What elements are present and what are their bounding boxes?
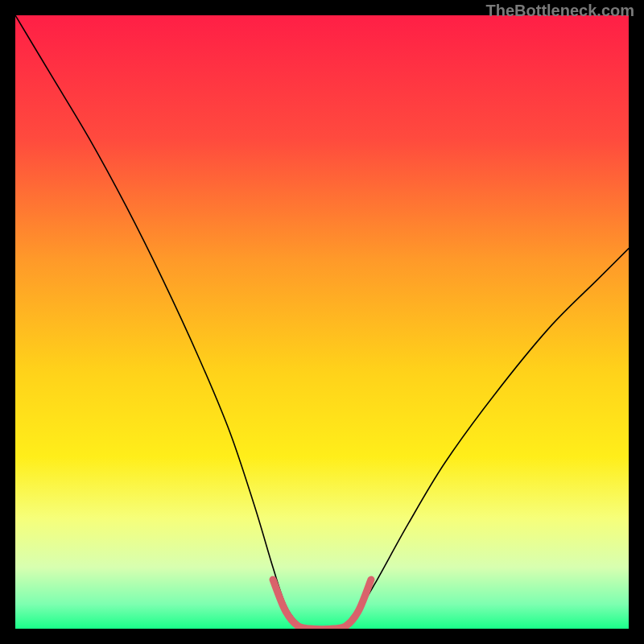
gradient-background <box>15 15 629 629</box>
chart-svg <box>15 15 629 629</box>
bottleneck-plot <box>15 15 629 629</box>
watermark-text: TheBottleneck.com <box>486 2 634 20</box>
chart-frame: TheBottleneck.com <box>0 0 644 644</box>
